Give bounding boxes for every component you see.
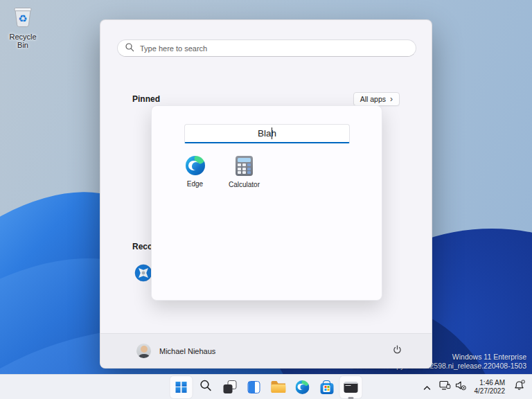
search-placeholder: Type here to search <box>140 44 207 53</box>
volume-muted-icon <box>455 380 466 393</box>
widgets-button[interactable] <box>243 376 265 398</box>
folder-app-tiles: Edge Calculator <box>170 156 269 188</box>
app-tile-edge[interactable]: Edge <box>170 156 220 188</box>
edge-icon <box>186 156 205 175</box>
task-view-button[interactable] <box>219 376 241 398</box>
file-explorer-button[interactable] <box>267 376 290 398</box>
svg-text:♻: ♻ <box>18 12 27 25</box>
store-button[interactable] <box>316 376 338 398</box>
tray-date: 4/27/2022 <box>475 387 506 396</box>
chevron-up-icon <box>423 381 431 393</box>
recommended-item-icon[interactable] <box>134 264 152 282</box>
text-caret <box>272 127 272 139</box>
taskbar-search-button[interactable] <box>195 376 217 398</box>
show-hidden-icons-button[interactable] <box>420 377 434 398</box>
pinned-label: Pinned <box>132 94 160 104</box>
chevron-right-icon: › <box>390 96 393 103</box>
edge-button[interactable] <box>292 376 314 398</box>
recycle-bin-desktop-icon[interactable]: ♻ Recycle Bin <box>3 4 43 49</box>
tray-time: 1:46 AM <box>475 379 506 387</box>
power-button[interactable] <box>387 342 407 361</box>
folder-name-input[interactable]: Blah <box>184 124 350 143</box>
file-explorer-icon <box>271 381 285 393</box>
edge-icon <box>296 380 310 394</box>
taskbar: 1:46 AM 4/27/2022 <box>0 374 532 399</box>
search-icon <box>199 379 212 395</box>
desktop: ♻ Recycle Bin Windows 11 Enterprise Eval… <box>0 0 532 399</box>
running-app-indicator <box>348 397 354 399</box>
clock-button[interactable]: 1:46 AM 4/27/2022 <box>472 379 508 396</box>
search-icon <box>125 42 134 55</box>
system-tray: 1:46 AM 4/27/2022 <box>420 375 529 399</box>
network-volume-button[interactable] <box>436 377 469 398</box>
microsoft-store-icon <box>320 383 333 394</box>
terminal-icon <box>344 382 358 393</box>
power-icon <box>391 344 403 359</box>
user-name: Michael Niehaus <box>159 347 215 355</box>
all-apps-label: All apps <box>360 95 386 103</box>
taskbar-center-icons <box>170 375 362 399</box>
start-menu: Type here to search Pinned All apps › Re… <box>100 19 432 369</box>
start-button[interactable] <box>170 376 193 398</box>
notification-bell-icon <box>513 380 525 394</box>
terminal-button[interactable] <box>340 376 362 398</box>
calculator-icon <box>236 156 253 176</box>
start-search-box[interactable]: Type here to search <box>117 39 416 57</box>
network-icon <box>439 380 451 393</box>
app-tile-calculator[interactable]: Calculator <box>220 156 269 188</box>
pinned-section-header: Pinned All apps › <box>132 92 400 106</box>
user-profile-button[interactable]: Michael Niehaus <box>136 344 215 358</box>
pinned-folder-popup: Blah Edge Calculator <box>151 105 382 301</box>
start-menu-footer: Michael Niehaus <box>100 333 432 368</box>
notification-center-button[interactable] <box>511 377 528 398</box>
recycle-bin-label: Recycle Bin <box>3 33 43 49</box>
task-view-icon <box>223 380 236 393</box>
recycle-bin-icon: ♻ <box>10 4 35 32</box>
windows-logo-icon <box>176 382 187 393</box>
folder-name-value: Blah <box>185 125 349 142</box>
widgets-icon <box>248 381 260 393</box>
app-label: Calculator <box>229 181 260 188</box>
user-avatar <box>136 344 151 358</box>
app-label: Edge <box>187 180 203 188</box>
all-apps-button[interactable]: All apps › <box>353 92 400 106</box>
